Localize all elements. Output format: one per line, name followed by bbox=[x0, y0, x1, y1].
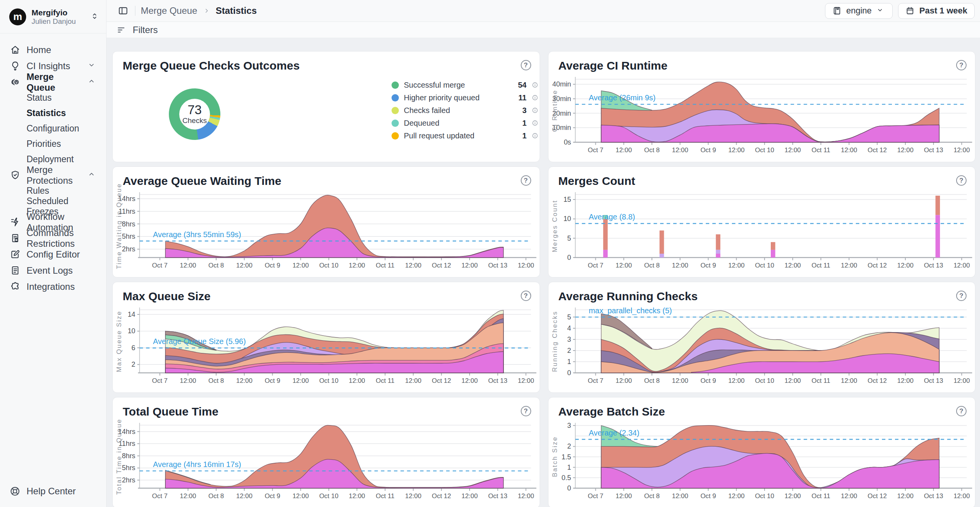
help-icon[interactable]: ? bbox=[521, 406, 531, 416]
filter-lines-icon bbox=[117, 25, 127, 35]
svg-text:3: 3 bbox=[567, 336, 571, 343]
legend-label: Dequeued bbox=[404, 119, 517, 128]
topbar: Merge Queue Statistics engine Past 1 wee… bbox=[107, 0, 980, 22]
chevron-down-icon bbox=[876, 6, 885, 15]
sidebar-subitem-configuration[interactable]: Configuration bbox=[5, 121, 102, 136]
card-average-queue-waiting-time: Average Queue Waiting Time?2hrs5hrs8hrs1… bbox=[112, 166, 540, 278]
sidebar-item-label: Integrations bbox=[27, 281, 75, 292]
card-total-queue-time: Total Queue Time?2hrs5hrs8hrs11hrs14hrsO… bbox=[112, 397, 540, 507]
sidebar-item-event-logs[interactable]: Event Logs bbox=[5, 263, 102, 279]
svg-text:12:00: 12:00 bbox=[672, 146, 688, 154]
chevron-up-icon bbox=[87, 77, 98, 87]
svg-text:5: 5 bbox=[567, 234, 571, 242]
sidebar-toggle-icon[interactable] bbox=[117, 4, 130, 17]
donut-center-label: Checks bbox=[182, 116, 207, 125]
svg-text:0: 0 bbox=[567, 484, 571, 492]
svg-text:Oct 12: Oct 12 bbox=[867, 262, 887, 269]
svg-text:12:00: 12:00 bbox=[405, 492, 421, 500]
svg-text:Oct 9: Oct 9 bbox=[265, 492, 280, 500]
svg-text:Oct 11: Oct 11 bbox=[376, 262, 395, 269]
sidebar-item-integrations[interactable]: Integrations bbox=[5, 279, 102, 295]
card-merges-count: Merges Count?051015Oct 712:00Oct 812:00O… bbox=[548, 166, 976, 278]
period-selector-button[interactable]: Past 1 week bbox=[898, 3, 975, 19]
help-icon[interactable]: ? bbox=[521, 175, 531, 186]
svg-text:Oct 13: Oct 13 bbox=[924, 492, 943, 500]
svg-text:Oct 11: Oct 11 bbox=[811, 492, 830, 500]
filters-button[interactable]: Filters bbox=[133, 25, 158, 35]
help-icon[interactable]: ? bbox=[956, 175, 967, 186]
svg-text:Oct 11: Oct 11 bbox=[811, 146, 830, 154]
checks-outcomes-donut[interactable]: 73Checks bbox=[169, 88, 220, 140]
legend-value: 3 bbox=[522, 106, 527, 115]
svg-text:12:00: 12:00 bbox=[897, 377, 913, 384]
legend-label: Checks failed bbox=[404, 106, 517, 115]
info-icon[interactable] bbox=[532, 81, 538, 88]
content: Merge Queue Checks Outcomes?73ChecksSucc… bbox=[107, 38, 980, 507]
svg-text:2: 2 bbox=[132, 361, 135, 368]
legend-row-pull-request-updated: Pull request updated1 bbox=[392, 131, 538, 141]
sidebar-item-merge-queue[interactable]: Merge Queue bbox=[5, 74, 102, 90]
bar-segment bbox=[603, 250, 608, 258]
calendar-icon bbox=[905, 6, 915, 15]
help-icon[interactable]: ? bbox=[956, 406, 967, 416]
svg-text:Oct 9: Oct 9 bbox=[700, 377, 716, 384]
svg-text:12:00: 12:00 bbox=[518, 492, 534, 500]
svg-text:12:00: 12:00 bbox=[672, 262, 688, 269]
bar-segment bbox=[935, 196, 940, 215]
help-icon[interactable]: ? bbox=[521, 60, 531, 70]
info-icon[interactable] bbox=[532, 132, 538, 139]
info-icon[interactable] bbox=[532, 120, 538, 126]
legend-dot bbox=[392, 107, 399, 114]
svg-text:40min: 40min bbox=[552, 80, 571, 88]
info-icon[interactable] bbox=[532, 107, 538, 114]
lightbulb-icon bbox=[10, 61, 20, 71]
mergify-logo: m bbox=[9, 8, 26, 25]
period-label: Past 1 week bbox=[919, 6, 967, 16]
help-icon[interactable]: ? bbox=[521, 291, 531, 301]
svg-text:12:00: 12:00 bbox=[953, 262, 970, 269]
svg-text:12:00: 12:00 bbox=[615, 377, 632, 384]
sidebar-subitem-statistics[interactable]: Statistics bbox=[5, 106, 102, 121]
svg-text:Oct 7: Oct 7 bbox=[152, 262, 168, 269]
bar-segment bbox=[935, 215, 940, 258]
svg-text:12:00: 12:00 bbox=[784, 262, 800, 269]
svg-text:Oct 7: Oct 7 bbox=[588, 377, 603, 384]
svg-text:Oct 10: Oct 10 bbox=[319, 492, 338, 500]
donut-legend: Successful merge54Higher priority queued… bbox=[392, 80, 538, 141]
svg-text:12:00: 12:00 bbox=[897, 146, 913, 154]
legend-row-higher-priority-queued: Higher priority queued11 bbox=[392, 93, 538, 103]
sidebar-subitem-priorities[interactable]: Priorities bbox=[5, 136, 102, 152]
svg-text:12:00: 12:00 bbox=[405, 377, 421, 384]
svg-text:12:00: 12:00 bbox=[236, 492, 252, 500]
svg-text:12:00: 12:00 bbox=[672, 377, 688, 384]
legend-label: Pull request updated bbox=[404, 131, 517, 140]
puzzle-icon bbox=[10, 281, 20, 292]
info-icon[interactable] bbox=[532, 94, 538, 101]
help-icon[interactable]: ? bbox=[956, 291, 967, 301]
svg-text:12:00: 12:00 bbox=[292, 262, 308, 269]
sidebar-item-merge-protections[interactable]: Merge Protections bbox=[5, 167, 102, 183]
svg-text:12:00: 12:00 bbox=[728, 262, 744, 269]
svg-text:12:00: 12:00 bbox=[615, 262, 632, 269]
help-icon[interactable]: ? bbox=[956, 60, 967, 70]
svg-text:Oct 13: Oct 13 bbox=[924, 262, 943, 269]
breadcrumb-parent[interactable]: Merge Queue bbox=[141, 5, 197, 16]
svg-text:12:00: 12:00 bbox=[784, 146, 800, 154]
sidebar-item-home[interactable]: Home bbox=[5, 42, 102, 58]
svg-text:Oct 9: Oct 9 bbox=[700, 262, 716, 269]
help-center-button[interactable]: Help Center bbox=[0, 477, 106, 507]
repo-selector-button[interactable]: engine bbox=[825, 3, 893, 19]
topbar-divider bbox=[135, 6, 135, 16]
svg-text:Oct 7: Oct 7 bbox=[588, 146, 603, 154]
svg-text:Oct 11: Oct 11 bbox=[811, 262, 830, 269]
sidebar-item-label: Merge Protections bbox=[27, 165, 75, 186]
svg-text:12:00: 12:00 bbox=[462, 262, 478, 269]
svg-text:Oct 12: Oct 12 bbox=[867, 377, 887, 384]
chart-title: Total Queue Time bbox=[123, 405, 218, 418]
org-switch-updown-icon[interactable] bbox=[90, 12, 99, 22]
sidebar-item-label: Merge Queue bbox=[27, 71, 75, 93]
chart-title: Average Queue Waiting Time bbox=[123, 175, 281, 188]
svg-text:Oct 7: Oct 7 bbox=[152, 492, 168, 500]
org-switcher[interactable]: m Mergifyio Julien Danjou bbox=[0, 0, 106, 33]
sidebar-item-commands-restrictions[interactable]: Commands Restrictions bbox=[5, 230, 102, 246]
